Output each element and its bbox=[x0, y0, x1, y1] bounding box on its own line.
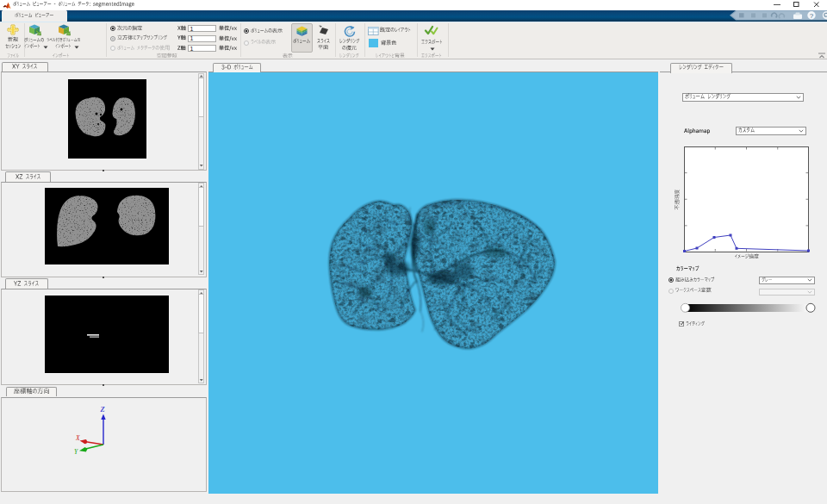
svg-text:Y: Y bbox=[74, 448, 78, 456]
svg-text:Z: Z bbox=[101, 405, 105, 414]
svg-text:X: X bbox=[75, 434, 80, 442]
svg-text:?: ? bbox=[810, 12, 814, 20]
